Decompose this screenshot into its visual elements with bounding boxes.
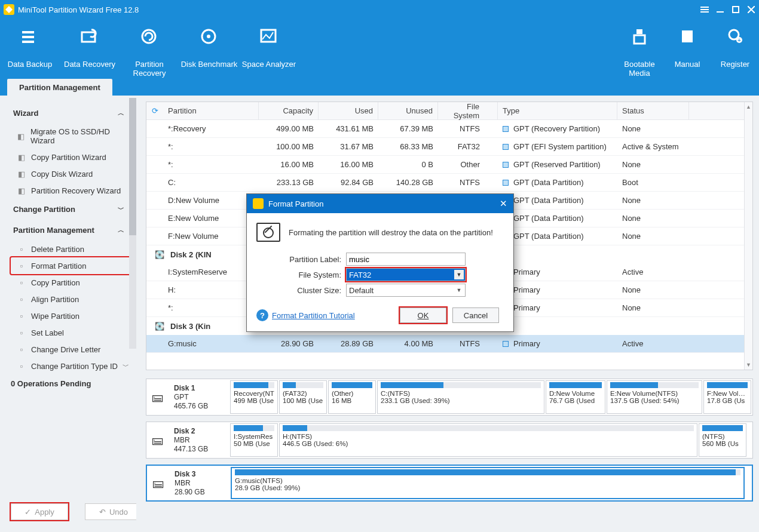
sidebar-item-align-partition[interactable]: ▫Align Partition (11, 291, 133, 307)
sidebar-section-wizard[interactable]: Wizard ︿ (11, 103, 133, 124)
partition-block[interactable]: G:music(NTFS)28.9 GB (Used: 99%) (231, 467, 745, 499)
sidebar-item-copy-disk-wizard[interactable]: ◧Copy Disk Wizard (11, 165, 133, 182)
filesystem-dropdown[interactable]: FAT32 ▼ (346, 268, 466, 281)
tutorial-link[interactable]: Format Partition Tutorial (272, 311, 355, 320)
table-row[interactable]: *:16.00 MB16.00 MB0 BOtherGPT (Reserved … (146, 156, 752, 174)
col-unused[interactable]: Unused (378, 102, 438, 119)
ribbon-data-backup[interactable]: Data Backup (0, 24, 60, 79)
disk-card[interactable]: 🖴Disk 1GPT465.76 GBRecovery(NT499 MB (Us… (146, 379, 753, 416)
undo-button[interactable]: ↶ Undo (85, 503, 136, 520)
ribbon-space-analyzer[interactable]: Space Analyzer (239, 24, 299, 79)
sidebar-item-format-partition[interactable]: ▫Format Partition (11, 257, 133, 274)
partition-usage: 446.5 GB (Used: 6%) (283, 440, 694, 447)
sidebar-item-set-label[interactable]: ▫Set Label (11, 324, 133, 341)
ribbon-bootable-media[interactable]: Bootable Media (616, 24, 663, 79)
ribbon-manual[interactable]: Manual (663, 24, 711, 79)
partition-block[interactable]: H:(NTFS)446.5 GB (Used: 6%) (279, 423, 697, 457)
table-row[interactable]: C:233.13 GB92.84 GB140.28 GBNTFSGPT (Dat… (146, 174, 752, 192)
scroll-up-icon[interactable]: ▲ (745, 102, 752, 112)
disk-icon: 💽 (155, 322, 166, 331)
table-row[interactable]: *:100.00 MB31.67 MB68.33 MBFAT32GPT (EFI… (146, 138, 752, 156)
cell-unused: 4.00 MB (378, 339, 438, 348)
ribbon-data-recovery[interactable]: Data Recovery (60, 24, 120, 79)
cell-partition: I:SystemReserve (163, 267, 259, 276)
sidebar-item-change-drive-letter[interactable]: ▫Change Drive Letter (11, 341, 133, 358)
svg-rect-18 (682, 30, 693, 42)
partition-block[interactable]: Recovery(NT499 MB (Use (230, 380, 278, 414)
tab-partition-management[interactable]: Partition Management (7, 79, 112, 96)
scroll-down-icon[interactable]: ▼ (745, 360, 752, 370)
partition-block[interactable]: (NTFS)560 MB (Us (699, 423, 746, 457)
partition-name: (Other) (332, 390, 372, 397)
sidebar-item-wipe-partition[interactable]: ▫Wipe Partition (11, 307, 133, 324)
partition-usage: 16 MB (332, 397, 372, 404)
sidebar-section-change-partition[interactable]: Change Partition ﹀ (11, 199, 133, 220)
partition-block[interactable]: F:New Volum17.8 GB (Us (703, 380, 751, 414)
help-icon[interactable]: ? (256, 309, 268, 321)
sidebar-section-partition-management[interactable]: Partition Management ︿ (11, 220, 133, 241)
dialog-close-icon[interactable]: ✕ (500, 198, 507, 209)
chevron-down-icon: ▼ (454, 285, 464, 295)
col-type[interactable]: Type (498, 102, 617, 119)
sidebar-item-copy-partition-wizard[interactable]: ◧Copy Partition Wizard (11, 149, 133, 165)
dialog-titlebar[interactable]: Format Partition ✕ (247, 194, 513, 213)
refresh-icon[interactable]: ⟳ (146, 106, 163, 115)
partition-block[interactable]: C:(NTFS)233.1 GB (Used: 39%) (377, 380, 544, 414)
col-status[interactable]: Status (617, 102, 689, 119)
partition-usage: 499 MB (Use (234, 397, 274, 404)
cell-status: None (617, 285, 689, 294)
partition-block[interactable]: D:New Volume76.7 GB (Used (546, 380, 605, 414)
close-icon[interactable] (747, 5, 755, 14)
action-icon: ▫ (17, 328, 26, 337)
disk-name: Disk 2 (174, 427, 224, 435)
sidebar-item-partition-recovery-wizard[interactable]: ◧Partition Recovery Wizard (11, 182, 133, 199)
chevron-up-icon: ︿ (118, 226, 124, 235)
dialog-warning-text: Formating the partition will destroy the… (289, 228, 493, 237)
type-color-icon (503, 144, 509, 150)
partition-usage: 76.7 GB (Used (549, 397, 602, 404)
disk-card[interactable]: 🖴Disk 2MBR447.13 GBI:SystemRes50 MB (Use… (146, 422, 753, 459)
maximize-icon[interactable] (732, 5, 740, 14)
partition-name: E:New Volume(NTFS) (610, 390, 699, 397)
menu-icon[interactable] (700, 5, 709, 14)
cell-type: GPT (Reserved Partition) (498, 160, 617, 169)
col-capacity[interactable]: Capacity (259, 102, 319, 119)
cell-partition: E:New Volume (163, 214, 259, 223)
table-row[interactable]: G:music28.90 GB28.89 GB4.00 MBNTFSPrimar… (146, 335, 752, 353)
cluster-size-dropdown[interactable]: Default ▼ (346, 284, 466, 297)
ribbon-partition-recovery[interactable]: Partition Recovery (120, 24, 179, 79)
partition-name: (NTFS) (702, 433, 743, 440)
apply-button[interactable]: ✓ Apply (11, 503, 68, 520)
cell-used: 31.67 MB (319, 142, 378, 151)
col-filesystem[interactable]: File System (438, 102, 498, 119)
table-header: ⟳ Partition Capacity Used Unused File Sy… (146, 102, 752, 120)
table-scrollbar[interactable]: ▲ ▼ (744, 102, 752, 370)
minimize-icon[interactable] (716, 5, 724, 14)
sidebar-item-label: Wipe Partition (31, 312, 79, 321)
cell-status: Active (617, 339, 689, 348)
operations-pending: 0 Operations Pending (11, 374, 133, 388)
table-row[interactable]: *:Recovery499.00 MB431.61 MB67.39 MBNTFS… (146, 120, 752, 138)
partition-label-input[interactable] (346, 253, 466, 266)
action-icon: ▫ (17, 261, 26, 270)
cancel-button[interactable]: Cancel (452, 307, 499, 323)
partition-block[interactable]: E:New Volume(NTFS)137.5 GB (Used: 54%) (607, 380, 702, 414)
sidebar-item-delete-partition[interactable]: ▫Delete Partition (11, 241, 133, 257)
svg-rect-17 (634, 35, 645, 44)
partition-block[interactable]: (FAT32)100 MB (Use (279, 380, 327, 414)
sidebar-item-copy-partition[interactable]: ▫Copy Partition (11, 274, 133, 291)
disk-partitions: I:SystemRes50 MB (UseH:(NTFS)446.5 GB (U… (229, 422, 752, 458)
partition-block[interactable]: (Other)16 MB (328, 380, 376, 414)
partition-block[interactable]: I:SystemRes50 MB (Use (230, 423, 278, 457)
sidebar-scrollbar-thumb[interactable] (129, 98, 136, 235)
sidebar-item-migrate-os-to-ssd-hd-wizard[interactable]: ◧Migrate OS to SSD/HD Wizard (11, 124, 133, 149)
col-used[interactable]: Used (319, 102, 378, 119)
sidebar-item-change-partition-type-id[interactable]: ▫Change Partition Type ID﹀ (11, 358, 133, 374)
disk-card[interactable]: 🖴Disk 3MBR28.90 GBG:music(NTFS)28.9 GB (… (146, 465, 753, 502)
ribbon-disk-benchmark[interactable]: Disk Benchmark (179, 24, 239, 79)
check-icon: ✓ (25, 508, 31, 516)
col-partition[interactable]: Partition (163, 102, 259, 119)
ok-button[interactable]: OK (400, 307, 446, 323)
ribbon-register[interactable]: +Register (711, 24, 759, 79)
ribbon-label: Data Backup (0, 49, 60, 69)
